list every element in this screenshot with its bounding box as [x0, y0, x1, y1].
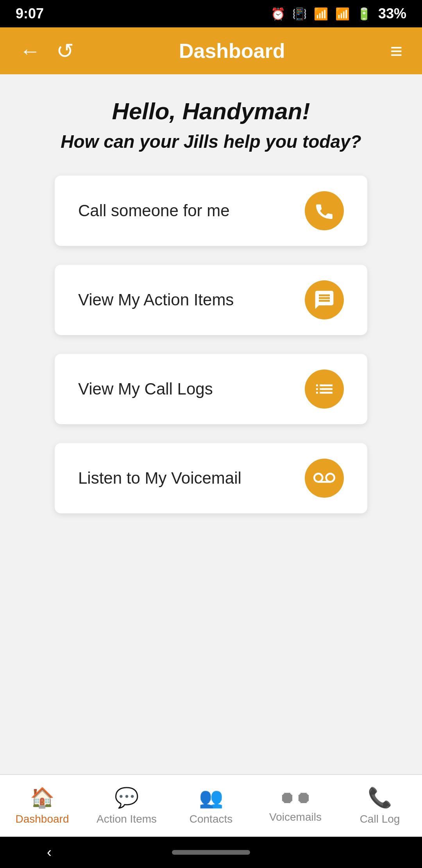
- tab-action-items[interactable]: 💬 Action Items: [84, 786, 169, 825]
- status-time: 9:07: [16, 5, 44, 22]
- greeting-section: Hello, Handyman! How can your Jills help…: [61, 98, 361, 152]
- tab-call-log-label: Call Log: [360, 813, 400, 825]
- tab-dashboard[interactable]: 🏠 Dashboard: [0, 786, 84, 825]
- tab-contacts[interactable]: 👥 Contacts: [169, 786, 253, 825]
- greeting-title: Hello, Handyman!: [61, 98, 361, 125]
- back-gesture-icon: ‹: [47, 844, 52, 861]
- chat-icon: 💬: [114, 786, 139, 809]
- wifi-icon: 📶: [314, 7, 328, 21]
- signal-icon: 📶: [335, 7, 350, 21]
- tab-bar: 🏠 Dashboard 💬 Action Items 👥 Contacts ⏺⏺…: [0, 774, 422, 837]
- tab-dashboard-label: Dashboard: [16, 813, 69, 825]
- call-card-icon: [305, 191, 344, 230]
- action-items-card[interactable]: View My Action Items: [55, 265, 367, 335]
- voicemail-card[interactable]: Listen to My Voicemail: [55, 443, 367, 513]
- page-title: Dashboard: [179, 39, 285, 63]
- phone-icon: 📞: [368, 786, 392, 809]
- voicemail-card-label: Listen to My Voicemail: [78, 469, 241, 488]
- battery-text: 33%: [378, 5, 406, 22]
- action-items-card-icon: [305, 280, 344, 319]
- call-card-label: Call someone for me: [78, 201, 230, 220]
- call-logs-card[interactable]: View My Call Logs: [55, 354, 367, 424]
- status-bar: 9:07 ⏰ 📳 📶 📶 🔋 33%: [0, 0, 422, 27]
- voicemail-icon: ⏺⏺: [279, 788, 312, 807]
- alarm-icon: ⏰: [271, 7, 285, 21]
- status-icons: ⏰ 📳 📶 📶 🔋 33%: [271, 5, 406, 22]
- battery-icon: 🔋: [357, 7, 371, 21]
- gesture-bar-inner: ‹: [0, 850, 422, 855]
- vibrate-icon: 📳: [292, 7, 307, 21]
- back-button[interactable]: ←: [20, 39, 41, 63]
- gesture-bar: ‹: [0, 837, 422, 868]
- voicemail-card-icon: [305, 459, 344, 498]
- action-items-card-label: View My Action Items: [78, 291, 234, 309]
- menu-button[interactable]: ≡: [390, 39, 402, 63]
- nav-bar: ← ↺ Dashboard ≡: [0, 27, 422, 74]
- refresh-button[interactable]: ↺: [56, 39, 74, 63]
- main-content: Hello, Handyman! How can your Jills help…: [0, 74, 422, 774]
- call-logs-card-label: View My Call Logs: [78, 380, 213, 398]
- nav-left-controls: ← ↺: [20, 39, 74, 63]
- call-logs-card-icon: [305, 369, 344, 409]
- home-icon: 🏠: [30, 786, 54, 809]
- contacts-icon: 👥: [199, 786, 223, 809]
- tab-call-log[interactable]: 📞 Call Log: [338, 786, 422, 825]
- tab-voicemails[interactable]: ⏺⏺ Voicemails: [253, 788, 338, 823]
- tab-contacts-label: Contacts: [190, 813, 233, 825]
- tab-action-items-label: Action Items: [97, 813, 157, 825]
- gesture-pill: [172, 850, 250, 855]
- greeting-subtitle: How can your Jills help you today?: [61, 131, 361, 152]
- tab-voicemails-label: Voicemails: [269, 811, 322, 823]
- call-card[interactable]: Call someone for me: [55, 176, 367, 246]
